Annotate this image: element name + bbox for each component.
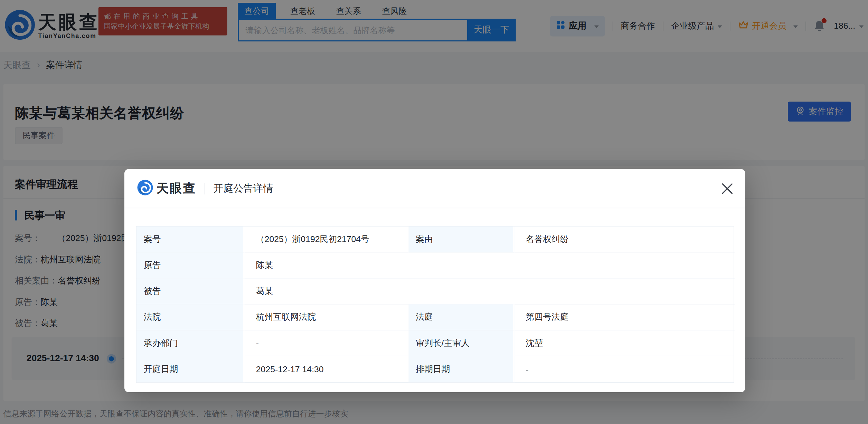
modal-brand-name: 天眼查 xyxy=(157,180,196,197)
modal-table-label: 承办部门 xyxy=(136,330,245,356)
modal-table-value: 沈堃 xyxy=(515,330,735,356)
modal-table: 案号（2025）浙0192民初21704号案由名誉权纠纷原告陈某被告葛某法院杭州… xyxy=(136,226,734,383)
close-icon[interactable] xyxy=(720,181,734,196)
modal-table-label: 开庭日期 xyxy=(136,356,245,382)
modal-table-value: 陈某 xyxy=(245,252,735,278)
hearing-detail-modal: 天眼查 开庭公告详情 案号（2025）浙0192民初21704号案由名誉权纠纷原… xyxy=(124,169,745,392)
divider xyxy=(205,183,205,194)
modal-table-value: 名誉权纠纷 xyxy=(515,227,735,252)
modal-title: 开庭公告详情 xyxy=(214,182,273,195)
modal-table-label: 案由 xyxy=(408,227,515,252)
modal-table-label: 原告 xyxy=(136,252,245,278)
modal-table-value: - xyxy=(515,356,735,382)
modal-header: 天眼查 开庭公告详情 xyxy=(124,169,745,209)
modal-table-label: 案号 xyxy=(136,227,245,252)
modal-table-label: 被告 xyxy=(136,278,245,304)
tianyancha-logo-icon xyxy=(137,179,153,197)
modal-table-value: - xyxy=(245,330,409,356)
modal-table-value: 杭州互联网法院 xyxy=(245,305,409,330)
modal-table-value: （2025）浙0192民初21704号 xyxy=(245,227,409,252)
modal-table-value: 2025-12-17 14:30 xyxy=(245,356,409,382)
modal-table-value: 第四号法庭 xyxy=(515,305,735,330)
modal-table-value: 葛某 xyxy=(245,278,735,304)
modal-table-label: 排期日期 xyxy=(408,356,515,382)
modal-table-label: 审判长/主审人 xyxy=(408,330,515,356)
modal-table-label: 法院 xyxy=(136,305,245,330)
page: 天眼查 TianYanCha.com 都在用的商业查询工具 国家中小企业发展子基… xyxy=(0,0,868,424)
modal-table-label: 法庭 xyxy=(408,305,515,330)
